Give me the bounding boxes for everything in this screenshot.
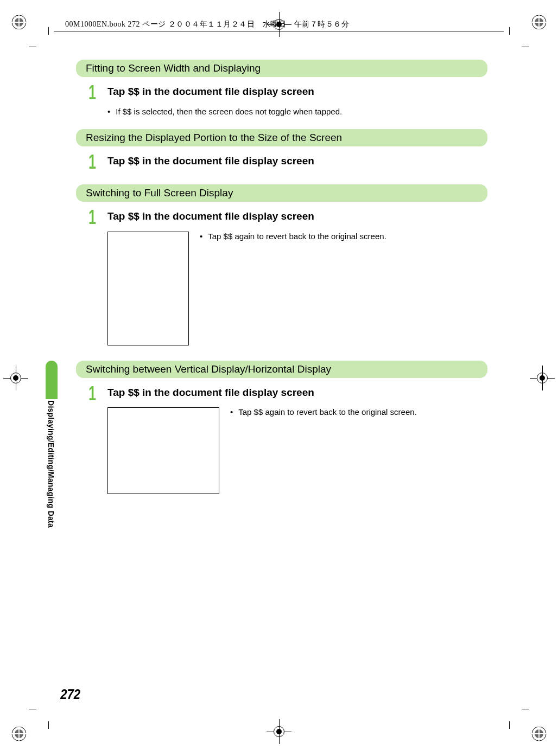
step-number: 1 xyxy=(88,154,96,171)
figure-placeholder xyxy=(107,407,219,494)
crop-mark-icon xyxy=(11,726,27,742)
section-heading: Resizing the Displayed Portion to the Si… xyxy=(76,129,487,146)
bullet-text: Tap $$ again to revert back to the origi… xyxy=(208,232,386,241)
step-title: Tap $$ in the document file display scre… xyxy=(107,386,314,399)
side-tab xyxy=(46,361,58,399)
figure-row: • Tap $$ again to revert back to the ori… xyxy=(107,232,487,345)
bullet-item: • Tap $$ again to revert back to the ori… xyxy=(200,232,386,241)
bullet-icon: • xyxy=(230,407,233,417)
step-title: Tap $$ in the document file display scre… xyxy=(107,154,314,167)
registration-mark-icon xyxy=(3,366,28,390)
step-title: Tap $$ in the document file display scre… xyxy=(107,209,314,222)
step-number: 1 xyxy=(88,209,96,226)
figure-placeholder xyxy=(107,232,189,345)
content-area: Fitting to Screen Width and Displaying 1… xyxy=(76,60,487,509)
section-heading: Switching between Vertical Display/Horiz… xyxy=(76,361,487,378)
section-heading: Switching to Full Screen Display xyxy=(76,184,487,202)
step: 1 Tap $$ in the document file display sc… xyxy=(87,209,487,226)
bullet-text: If $$ is selected, then the screen does … xyxy=(116,107,342,116)
crop-mark-icon xyxy=(11,14,27,30)
section-heading: Fitting to Screen Width and Displaying xyxy=(76,60,487,77)
bullet-item: • If $$ is selected, then the screen doe… xyxy=(107,107,487,116)
step-title: Tap $$ in the document file display scre… xyxy=(107,85,314,98)
crop-mark-icon xyxy=(531,14,547,30)
registration-mark-icon xyxy=(530,366,555,390)
figure-row: • Tap $$ again to revert back to the ori… xyxy=(107,407,487,494)
bullet-item: • Tap $$ again to revert back to the ori… xyxy=(230,407,417,417)
step: 1 Tap $$ in the document file display sc… xyxy=(87,85,487,101)
step-number: 1 xyxy=(88,386,96,402)
bullet-text: Tap $$ again to revert back to the origi… xyxy=(238,407,417,417)
step: 1 Tap $$ in the document file display sc… xyxy=(87,386,487,402)
crop-mark-icon xyxy=(531,726,547,742)
side-label: Displaying/Editing/Managing Data xyxy=(47,400,55,528)
bullet-icon: • xyxy=(107,107,110,116)
step: 1 Tap $$ in the document file display sc… xyxy=(87,154,487,171)
bullet-icon: • xyxy=(200,232,202,241)
step-number: 1 xyxy=(88,85,96,101)
page-number: 272 xyxy=(60,686,80,703)
